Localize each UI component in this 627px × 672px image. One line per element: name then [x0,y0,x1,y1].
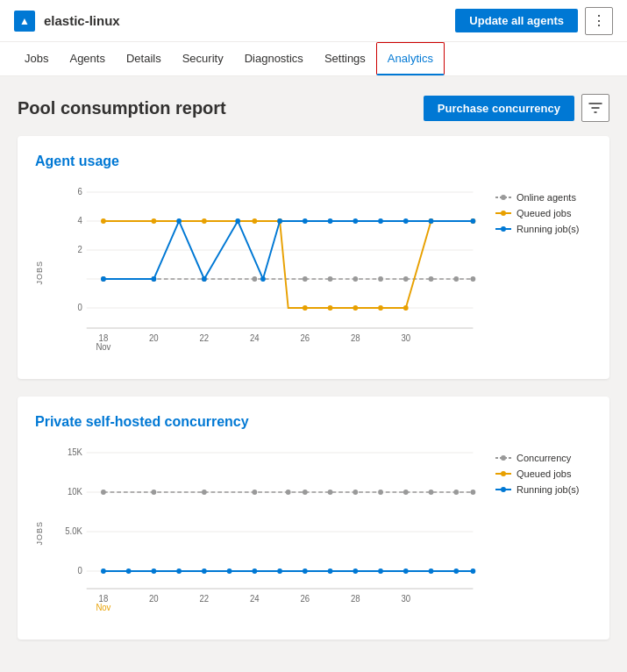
svg-text:Nov: Nov [96,342,110,352]
agent-usage-chart-wrapper: 6 4 2 0 18 Nov 20 22 24 26 28 30 [61,183,481,361]
filter-icon[interactable] [581,94,609,122]
tab-settings[interactable]: Settings [314,43,376,75]
svg-point-40 [403,305,409,311]
legend-online-agents: Online agents [495,192,592,203]
svg-point-107 [429,568,434,574]
concurrency-legend: Concurrency Queued jobs Running job(s) [495,444,592,622]
tab-jobs[interactable]: Jobs [14,43,59,75]
concurrency-card: Private self-hosted concurrency JOBS 15K… [18,397,609,640]
svg-point-85 [286,490,291,495]
tab-agents[interactable]: Agents [59,43,115,75]
svg-point-104 [353,568,358,574]
svg-point-56 [471,218,476,224]
svg-point-113 [501,471,506,476]
svg-point-88 [353,490,358,495]
svg-point-86 [303,490,308,495]
svg-point-101 [277,568,282,574]
svg-point-99 [227,568,232,574]
svg-point-38 [353,305,358,311]
svg-point-53 [378,218,383,224]
svg-point-92 [453,490,459,495]
svg-point-29 [453,276,459,282]
legend-running-jobs-2: Running job(s) [495,484,592,495]
concurrency-title: Private self-hosted concurrency [35,414,592,430]
svg-text:30: 30 [401,333,410,343]
svg-point-49 [277,218,282,224]
svg-text:26: 26 [300,594,310,604]
svg-point-60 [501,211,506,216]
svg-point-95 [126,568,132,574]
svg-text:Nov: Nov [96,603,110,612]
logo-area: ▲ elastic-linux [14,11,120,32]
svg-point-94 [101,568,106,574]
svg-text:5.0K: 5.0K [65,526,82,536]
more-options-button[interactable]: ⋮ [585,7,613,35]
svg-text:28: 28 [351,333,360,343]
svg-point-93 [471,490,476,495]
svg-point-111 [501,455,506,461]
tab-security[interactable]: Security [172,43,234,75]
svg-point-45 [176,218,182,224]
svg-text:0: 0 [78,566,83,575]
svg-point-32 [152,218,157,224]
svg-point-33 [202,218,207,224]
top-actions: Update all agents ⋮ [455,7,613,35]
tab-diagnostics[interactable]: Diagnostics [234,43,314,75]
svg-text:28: 28 [351,594,360,604]
page-title: Pool consumption report [18,98,226,118]
agent-usage-svg: 6 4 2 0 18 Nov 20 22 24 26 28 30 [61,183,481,359]
svg-point-81 [101,490,106,495]
svg-text:6: 6 [78,187,83,197]
svg-point-109 [471,568,476,574]
svg-text:2: 2 [78,245,82,254]
tab-details[interactable]: Details [116,43,172,75]
svg-point-54 [403,218,409,224]
concurrency-chart-wrapper: 15K 10K 5.0K 0 18 Nov 20 22 24 26 28 30 [61,444,481,622]
top-bar: ▲ elastic-linux Update all agents ⋮ [0,0,627,42]
tab-analytics[interactable]: Analytics [376,42,445,75]
svg-point-83 [202,490,207,495]
svg-point-22 [252,276,257,282]
svg-point-98 [202,568,207,574]
svg-point-108 [453,568,459,574]
svg-point-24 [328,276,333,282]
svg-point-97 [176,568,182,574]
page-content: Pool consumption report Purchase concurr… [0,76,627,672]
svg-point-37 [328,305,333,311]
svg-point-47 [235,218,240,224]
svg-text:20: 20 [149,594,159,604]
svg-point-27 [403,276,409,282]
agent-usage-card: Agent usage JOBS 6 4 2 0 [18,136,609,379]
svg-text:10K: 10K [68,487,82,497]
svg-point-62 [501,226,506,232]
agent-usage-title: Agent usage [35,154,592,169]
svg-point-55 [429,218,434,224]
legend-running-jobs: Running job(s) [495,224,592,234]
svg-text:20: 20 [149,333,159,343]
svg-text:30: 30 [401,594,410,604]
svg-point-39 [378,305,383,311]
page-header: Pool consumption report Purchase concurr… [18,94,609,122]
svg-text:26: 26 [300,333,310,343]
nav-tabs: Jobs Agents Details Security Diagnostics… [0,42,627,76]
svg-point-48 [260,276,266,282]
svg-point-51 [328,218,333,224]
svg-text:22: 22 [200,594,210,604]
svg-point-91 [429,490,434,495]
svg-point-52 [353,218,358,224]
svg-point-100 [252,568,257,574]
svg-point-30 [471,276,476,282]
purchase-concurrency-button[interactable]: Purchase concurrency [424,96,574,121]
legend-queued-jobs: Queued jobs [495,208,592,218]
concurrency-chart-area: JOBS 15K 10K 5.0K 0 18 Nov [35,444,592,622]
svg-point-90 [403,490,409,495]
concurrency-y-label: JOBS [35,521,44,546]
svg-point-96 [152,568,157,574]
svg-point-44 [152,276,157,282]
update-all-agents-button[interactable]: Update all agents [455,9,578,32]
svg-point-87 [328,490,333,495]
svg-point-26 [378,276,383,282]
svg-point-84 [252,490,257,495]
agent-usage-legend: Online agents Queued jobs Running job(s) [495,183,592,361]
header-actions: Purchase concurrency [424,94,609,122]
